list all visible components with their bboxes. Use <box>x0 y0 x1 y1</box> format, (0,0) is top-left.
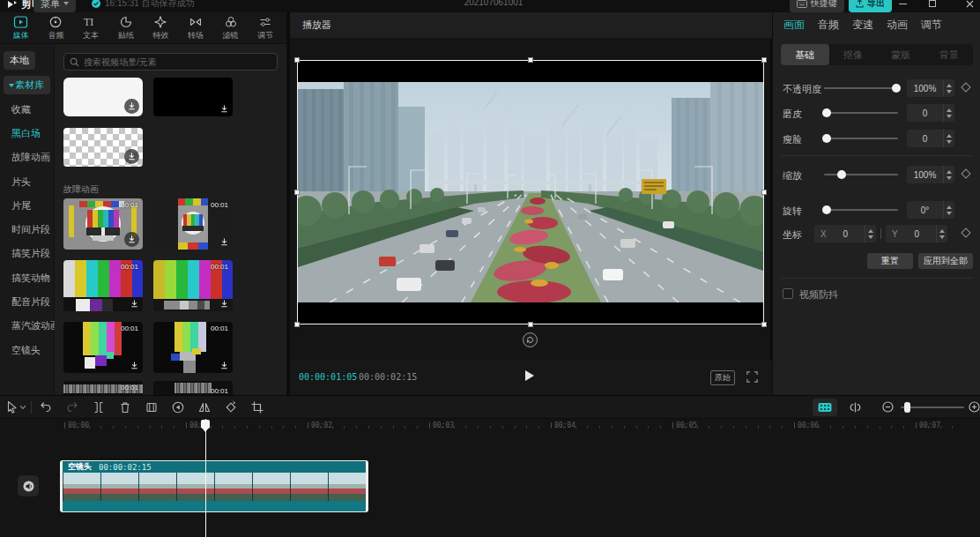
split-button[interactable] <box>92 400 106 414</box>
smooth-skin-value[interactable]: 0 <box>907 104 954 122</box>
step-up-icon[interactable] <box>947 84 952 87</box>
opacity-value[interactable]: 100% <box>907 79 954 97</box>
coord-x-input[interactable]: X0 <box>814 225 876 242</box>
sidebar-item-funny-clips[interactable]: 搞笑片段 <box>11 247 50 260</box>
resize-handle-w[interactable] <box>294 190 300 195</box>
resize-handle-e[interactable] <box>761 190 767 195</box>
tab-filter[interactable]: 滤镜 <box>214 15 248 41</box>
subtab-background[interactable]: 背景 <box>925 44 974 65</box>
slider-knob[interactable] <box>822 108 831 117</box>
download-icon[interactable] <box>130 299 139 309</box>
reverse-button[interactable] <box>171 400 185 414</box>
maximize-button[interactable] <box>924 0 941 12</box>
glitch-thumb-bars-black-2[interactable]: 00:01 <box>153 322 233 373</box>
rotate-value[interactable]: 0° <box>907 201 954 219</box>
playhead-handle[interactable] <box>201 420 210 429</box>
step-up-icon[interactable] <box>947 205 952 209</box>
step-up-icon[interactable] <box>947 108 952 112</box>
subtab-mask[interactable]: 蒙版 <box>877 44 925 65</box>
timeline-zoom-slider[interactable] <box>901 406 964 408</box>
close-button[interactable] <box>961 0 978 12</box>
shortcuts-button[interactable]: 快捷键 <box>790 0 844 12</box>
search-input[interactable] <box>84 57 260 67</box>
tab-transition[interactable]: 转场 <box>179 15 212 41</box>
zoom-out-button[interactable] <box>881 400 895 414</box>
download-icon[interactable] <box>219 237 229 247</box>
search-bar[interactable] <box>63 53 278 71</box>
resize-handle-se[interactable] <box>761 322 767 327</box>
stepper[interactable] <box>943 79 954 97</box>
stepper[interactable] <box>943 104 954 122</box>
download-icon[interactable] <box>124 232 139 247</box>
subtab-chroma[interactable]: 抠像 <box>829 44 878 65</box>
tab-adjust-props[interactable]: 调节 <box>921 18 942 33</box>
minimize-button[interactable] <box>894 0 911 12</box>
menu-button[interactable]: 菜单 <box>33 0 76 12</box>
sidebar-item-dubbing[interactable]: 配音片段 <box>11 295 50 309</box>
stepper[interactable] <box>865 225 876 242</box>
download-icon[interactable] <box>130 361 139 370</box>
playhead-line[interactable] <box>205 419 206 537</box>
aspect-ratio-button[interactable]: 原始 <box>710 370 735 385</box>
reset-button[interactable]: 重置 <box>867 253 913 269</box>
coord-y-input[interactable]: Y0 <box>886 225 947 242</box>
step-up-icon[interactable] <box>939 229 945 233</box>
glitch-thumb-noise[interactable]: 00:01 <box>63 381 143 395</box>
step-down-icon[interactable] <box>939 235 945 239</box>
slider-knob[interactable] <box>822 134 831 143</box>
download-icon[interactable] <box>219 299 229 309</box>
apply-all-button[interactable]: 应用到全部 <box>918 253 973 269</box>
keyframe-diamond-icon[interactable] <box>961 227 970 237</box>
delete-button[interactable] <box>118 400 132 414</box>
stepper[interactable] <box>936 225 947 242</box>
timeline-clip[interactable]: 空镜头 00:00:02:15 <box>60 460 368 512</box>
slider-knob[interactable] <box>822 205 831 214</box>
slider-knob[interactable] <box>892 84 901 93</box>
download-icon[interactable] <box>124 99 139 114</box>
step-down-icon[interactable] <box>947 90 952 93</box>
step-down-icon[interactable] <box>947 212 952 215</box>
scale-value[interactable]: 100% <box>907 166 954 183</box>
sidebar-item-library[interactable]: 素材库 <box>4 76 50 94</box>
tab-text[interactable]: TI 文本 <box>74 15 108 41</box>
stepper[interactable] <box>943 166 954 183</box>
tab-picture[interactable]: 画面 <box>783 18 805 33</box>
media-thumb-white[interactable] <box>63 78 143 116</box>
zoom-slider-knob[interactable] <box>904 402 910 413</box>
crop-button[interactable] <box>250 400 264 414</box>
tab-audio[interactable]: 音频 <box>39 15 72 41</box>
tab-animation[interactable]: 动画 <box>887 18 908 33</box>
step-up-icon[interactable] <box>947 134 952 138</box>
resize-handle-s[interactable] <box>528 322 533 327</box>
play-button[interactable] <box>524 369 535 382</box>
slider-knob[interactable] <box>837 170 846 179</box>
glitch-thumb-testcard[interactable]: 00:01 <box>63 198 143 250</box>
step-up-icon[interactable] <box>868 229 873 233</box>
step-up-icon[interactable] <box>947 170 952 174</box>
slim-face-value[interactable]: 0 <box>907 130 954 147</box>
glitch-thumb-noise-2[interactable]: 00:01 <box>153 381 233 395</box>
tab-effects[interactable]: 特效 <box>144 15 177 41</box>
opacity-slider[interactable] <box>824 87 898 89</box>
step-down-icon[interactable] <box>947 140 952 144</box>
step-down-icon[interactable] <box>868 235 873 239</box>
subtab-basic[interactable]: 基础 <box>781 44 829 65</box>
mirror-button[interactable] <box>197 400 212 414</box>
download-icon[interactable] <box>219 104 229 114</box>
resize-handle-n[interactable] <box>528 57 533 63</box>
sidebar-item-vaporwave[interactable]: 蒸汽波动画 <box>11 319 60 332</box>
keyframe-diamond-icon[interactable] <box>961 82 970 92</box>
media-thumb-black[interactable] <box>153 78 233 116</box>
magnetic-snap-button[interactable] <box>813 399 837 416</box>
sidebar-item-favorites[interactable]: 收藏 <box>11 103 31 116</box>
stabilize-checkbox[interactable] <box>783 288 793 299</box>
sidebar-item-broll[interactable]: 空镜头 <box>11 344 41 357</box>
scale-slider[interactable] <box>824 174 898 175</box>
tab-adjust[interactable]: 调节 <box>249 15 282 41</box>
stepper[interactable] <box>943 201 954 219</box>
sidebar-item-intro[interactable]: 片头 <box>11 175 31 189</box>
keyframe-diamond-icon[interactable] <box>961 168 970 178</box>
sidebar-item-funny-animals[interactable]: 搞笑动物 <box>11 272 50 285</box>
tab-media[interactable]: 媒体 <box>4 15 38 41</box>
video-frame[interactable] <box>297 60 764 324</box>
